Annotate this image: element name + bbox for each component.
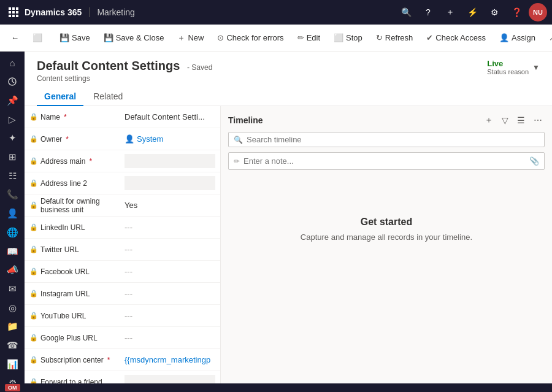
edit-icon: ✏ xyxy=(297,33,304,42)
apps-grid-icon[interactable] xyxy=(5,4,22,21)
filter-icon[interactable]: ⚡ xyxy=(462,2,482,22)
sidebar-item-home[interactable]: ⌂ xyxy=(1,54,23,72)
field-owner-label: 🔒 Owner * xyxy=(29,135,125,144)
timeline-list-button[interactable]: ☰ xyxy=(515,114,527,126)
note-input-area: ✏ 📎 xyxy=(228,152,545,170)
status-area[interactable]: Live Status reason ▼ xyxy=(487,59,540,75)
svg-rect-5 xyxy=(16,11,18,13)
help-icon[interactable]: ? xyxy=(418,2,438,22)
question-icon[interactable]: ❓ xyxy=(507,2,526,22)
save-close-button[interactable]: 💾 Save & Close xyxy=(98,28,171,48)
top-navigation: Dynamics 365 Marketing 🔍 ? ＋ ⚡ ⚙ ❓ NU xyxy=(0,0,552,25)
sidebar-item-phone2[interactable]: ☎ xyxy=(1,337,23,355)
timeline-actions: ＋ ▽ ☰ ⋯ xyxy=(482,113,545,127)
sidebar-item-circle[interactable]: ◎ xyxy=(1,299,23,317)
check-errors-button[interactable]: ⊙ Check for errors xyxy=(211,28,289,48)
field-googleplus-label: 🔒 Google Plus URL xyxy=(29,334,125,342)
sidebar-item-email[interactable]: ✉ xyxy=(1,280,23,298)
share-button[interactable]: ↗ Share xyxy=(543,28,552,48)
status-value: Live xyxy=(487,59,529,68)
timeline-search-bar: 🔍 xyxy=(228,132,545,147)
field-default-owning-value: Yes xyxy=(125,201,215,210)
tab-general[interactable]: General xyxy=(37,88,83,106)
check-access-icon: ✔ xyxy=(426,33,433,42)
field-name-label: 🔒 Name * xyxy=(29,113,125,121)
timeline-more-button[interactable]: ⋯ xyxy=(531,114,545,126)
timeline-filter-button[interactable]: ▽ xyxy=(499,114,511,126)
field-youtube-value: --- xyxy=(125,311,215,320)
form-panel: 🔒 Name * Default Content Setti... 🔒 Owne… xyxy=(25,106,221,392)
svg-line-11 xyxy=(12,82,14,83)
svg-rect-1 xyxy=(12,7,15,10)
sidebar-item-grid[interactable]: ⊞ xyxy=(1,148,23,166)
body-panels: 🔒 Name * Default Content Setti... 🔒 Owne… xyxy=(25,106,552,392)
field-instagram-value: --- xyxy=(125,289,215,298)
lock-icon-tw: 🔒 xyxy=(29,245,38,253)
nav-back-button[interactable]: ← xyxy=(5,28,25,48)
page-header: Default Content Settings - Saved Content… xyxy=(25,52,552,83)
nav-forward-button[interactable]: ⬜ xyxy=(26,28,48,48)
status-label: Status reason xyxy=(487,68,529,75)
status-chevron-icon: ▼ xyxy=(532,63,540,72)
share-icon: ↗ xyxy=(549,33,552,42)
note-input[interactable] xyxy=(243,156,526,166)
field-linkedin: 🔒 LinkedIn URL --- xyxy=(25,217,220,239)
field-owner-value[interactable]: 👤 System xyxy=(125,134,163,144)
svg-rect-7 xyxy=(12,15,15,17)
bottom-badge: OM xyxy=(5,384,20,391)
lock-icon-addr2: 🔒 xyxy=(29,179,38,187)
sidebar-item-megaphone[interactable]: 📣 xyxy=(1,261,23,279)
sidebar-item-calendar[interactable]: ☷ xyxy=(1,167,23,185)
settings-icon[interactable]: ⚙ xyxy=(485,2,504,22)
timeline-search-input[interactable] xyxy=(247,135,539,144)
stop-icon: ⬜ xyxy=(334,33,343,42)
field-instagram-label: 🔒 Instagram URL xyxy=(29,290,125,298)
sidebar-item-report[interactable]: 📊 xyxy=(1,356,23,374)
field-address-main-label: 🔒 Address main * xyxy=(29,157,125,166)
field-subscription-center-value: {{msdyncrm_marketingp xyxy=(125,355,215,364)
timeline-title: Timeline xyxy=(228,115,263,125)
field-address-line2: 🔒 Address line 2 xyxy=(25,172,220,194)
svg-rect-6 xyxy=(9,15,11,17)
search-icon[interactable]: 🔍 xyxy=(396,2,416,22)
assign-button[interactable]: 👤 Assign xyxy=(493,28,542,48)
sidebar-item-phone[interactable]: 📞 xyxy=(1,186,23,204)
field-default-owning-label: 🔒 Default for owning business unit xyxy=(29,197,125,214)
user-avatar[interactable]: NU xyxy=(529,3,547,21)
field-facebook: 🔒 Facebook URL --- xyxy=(25,261,220,283)
field-subscription-center: 🔒 Subscription center * {{msdyncrm_marke… xyxy=(25,349,220,371)
sidebar-item-globe[interactable]: 🌐 xyxy=(1,223,23,241)
refresh-button[interactable]: ↻ Refresh xyxy=(370,28,420,48)
timeline-add-button[interactable]: ＋ xyxy=(482,113,496,127)
app-name: Dynamics 365 xyxy=(25,7,82,17)
new-record-icon[interactable]: ＋ xyxy=(440,2,460,22)
lock-icon-li: 🔒 xyxy=(29,223,38,231)
field-address-main: 🔒 Address main * xyxy=(25,150,220,172)
lock-icon-addr: 🔒 xyxy=(29,157,38,165)
sidebar-item-recent[interactable] xyxy=(1,73,23,91)
sidebar-item-pin[interactable]: 📌 xyxy=(1,91,23,109)
svg-rect-4 xyxy=(12,11,15,13)
get-started-subtitle: Capture and manage all records in your t… xyxy=(301,233,472,242)
lock-icon-fb: 🔒 xyxy=(29,267,38,275)
sidebar-item-play[interactable]: ▷ xyxy=(1,110,23,128)
sidebar-item-star[interactable]: ✦ xyxy=(1,129,23,147)
save-button[interactable]: 💾 Save xyxy=(53,28,96,48)
lock-icon-owner: 🔒 xyxy=(29,135,38,143)
field-name-value: Default Content Setti... xyxy=(125,112,215,121)
note-attach-icon[interactable]: 📎 xyxy=(529,156,539,166)
field-address-line2-input[interactable] xyxy=(125,176,215,190)
tab-related[interactable]: Related xyxy=(86,88,130,106)
edit-button[interactable]: ✏ Edit xyxy=(291,28,326,48)
check-access-button[interactable]: ✔ Check Access xyxy=(420,28,492,48)
svg-rect-3 xyxy=(9,11,11,13)
field-address-main-input[interactable] xyxy=(125,154,215,168)
note-pencil-icon: ✏ xyxy=(234,157,240,166)
sidebar-item-book[interactable]: 📖 xyxy=(1,242,23,260)
field-linkedin-label: 🔒 LinkedIn URL xyxy=(29,223,125,232)
stop-button[interactable]: ⬜ Stop xyxy=(328,28,369,48)
sidebar-item-folder[interactable]: 📁 xyxy=(1,318,23,336)
sidebar-item-contacts[interactable]: 👤 xyxy=(1,205,23,223)
person-icon: 👤 xyxy=(125,134,134,144)
new-button[interactable]: ＋ New xyxy=(171,28,210,48)
